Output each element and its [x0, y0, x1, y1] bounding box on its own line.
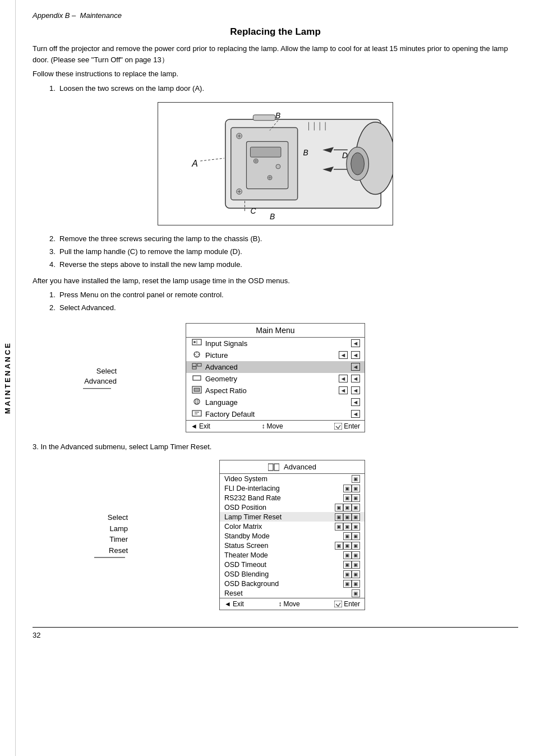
move-item: ↕ Move: [261, 422, 283, 430]
svg-point-17: [276, 164, 280, 169]
svg-rect-60: [268, 464, 273, 471]
enter-item: Enter: [334, 422, 360, 430]
appendix-italic: Maintenance: [80, 11, 122, 20]
bottom-rule: 32: [33, 627, 518, 639]
adv-item-lamp-timer: Lamp Timer Reset ▣▣▣: [220, 512, 365, 522]
adv-enter-item: Enter: [334, 600, 360, 608]
list-item: 2. Remove the three screws securing the …: [49, 233, 518, 245]
svg-point-53: [194, 399, 200, 404]
svg-text:B: B: [270, 212, 275, 221]
menu-arrow-language: ◄: [351, 398, 360, 406]
menu-item-picture: Picture ◄ ◄: [186, 349, 365, 361]
menu-label-input-signals: Input Signals: [205, 339, 349, 348]
menu-label-picture: Picture: [205, 351, 336, 359]
menu-item-factory-default: Factory Default ◄: [186, 408, 365, 420]
adv-enter-icon: [334, 601, 342, 607]
picture-icon: [191, 351, 203, 360]
advanced-menu-wrapper: SelectLampTimerReset Advanced Video Syst…: [66, 460, 518, 610]
main-menu-wrapper: SelectAdvanced Main Menu Input Signals ◄: [33, 323, 518, 432]
adv-item-osd-blending: OSD Blending ▣▣: [220, 569, 365, 579]
svg-rect-48: [197, 363, 201, 366]
adv-exit-icon: ◄: [224, 600, 231, 608]
svg-line-28: [200, 158, 224, 161]
exit-label: Exit: [199, 422, 210, 430]
move-icon: ↕: [261, 422, 265, 430]
menu-item-input-signals: Input Signals ◄: [186, 338, 365, 349]
after-text: After you have installed the lamp, reset…: [33, 275, 518, 287]
adv-enter-label: Enter: [344, 600, 360, 608]
enter-label: Enter: [344, 422, 360, 430]
svg-rect-47: [192, 363, 196, 366]
adv-move-item: ↕ Move: [278, 600, 299, 608]
adv-item-status-screen: Status Screen ▣▣▣: [220, 541, 365, 550]
lamp-diagram: A B B B C D: [33, 102, 518, 225]
menu-arrow-factory-default: ◄: [351, 410, 360, 418]
advanced-menu-box: Advanced Video System ▣ FLI De-interlaci…: [219, 460, 365, 610]
select-lamp-timer-label: SelectLampTimerReset: [94, 512, 128, 558]
factory-default-icon: [191, 409, 203, 419]
menu-arrow-advanced: ◄: [351, 363, 360, 371]
menu-item-geometry: Geometry ◄ ◄: [186, 373, 365, 385]
main-menu-footer: ◄ Exit ↕ Move Enter: [186, 420, 365, 432]
adv-exit-item: ◄ Exit: [224, 600, 244, 608]
main-content: Appendix B – Maintenance Replacing the L…: [16, 0, 535, 756]
language-icon: [191, 398, 203, 407]
adv-item-reset: Reset ▣: [220, 588, 365, 598]
main-menu-title: Main Menu: [186, 324, 365, 338]
menu-item-advanced: Advanced ◄: [186, 361, 365, 373]
svg-point-54: [196, 399, 198, 404]
adv-item-color-matrix: Color Matrix ▣▣▣: [220, 522, 365, 531]
svg-rect-55: [192, 411, 201, 416]
svg-rect-49: [192, 367, 196, 369]
adv-item-osd-timeout: OSD Timeout ▣▣: [220, 560, 365, 569]
advanced-menu-footer: ◄ Exit ↕ Move Enter: [220, 598, 365, 610]
menu-item-language: Language ◄: [186, 397, 365, 408]
svg-rect-37: [253, 115, 275, 121]
advanced-menu-title: Advanced: [220, 460, 365, 474]
adv-item-standby-mode: Standby Mode ▣▣: [220, 531, 365, 541]
picture-arrows: ◄ ◄: [336, 351, 360, 359]
adv-item-osd-background: OSD Background ▣▣: [220, 579, 365, 588]
section-title: Replacing the Lamp: [33, 26, 518, 38]
svg-rect-10: [250, 147, 281, 158]
intro-text: Turn off the projector and remove the po…: [33, 43, 518, 65]
geometry-icon: [191, 374, 203, 384]
svg-text:B: B: [303, 148, 308, 157]
svg-text:C: C: [250, 206, 256, 215]
adv-title-icon: [268, 463, 279, 471]
list-item: 3. Pull the lamp handle (C) to remove th…: [49, 246, 518, 258]
adv-item-rs232: RS232 Band Rate ▣▣: [220, 493, 365, 503]
menu-item-aspect-ratio: Aspect Ratio ◄ ◄: [186, 385, 365, 397]
menu-arrow-input-signals: ◄: [351, 339, 360, 347]
svg-point-32: [351, 153, 365, 175]
list-item: 1. Press Menu on the control panel or re…: [49, 289, 518, 301]
select-advanced-label: SelectAdvanced: [83, 366, 117, 389]
appendix-header: Appendix B – Maintenance: [33, 11, 518, 20]
svg-text:B: B: [275, 111, 280, 120]
side-tab: MAINTENANCE: [0, 0, 16, 756]
aspect-ratio-icon: [191, 386, 203, 395]
advanced-icon: [191, 362, 203, 372]
page-number: 32: [33, 631, 40, 639]
adv-arrow-line: [94, 557, 128, 558]
menu-label-aspect-ratio: Aspect Ratio: [205, 386, 336, 395]
adv-move-icon: ↕: [278, 600, 282, 608]
steps-part3: 1. Press Menu on the control panel or re…: [49, 289, 518, 314]
geometry-arrows: ◄ ◄: [336, 375, 360, 382]
step3-text: 3. In the Advanced submenu, select Lamp …: [33, 441, 518, 453]
side-tab-label: MAINTENANCE: [3, 342, 12, 414]
list-item: 1. Loosen the two screws on the lamp doo…: [49, 83, 518, 95]
steps-part2: 2. Remove the three screws securing the …: [49, 233, 518, 270]
arrow-line: [83, 388, 117, 389]
adv-item-osd-position: OSD Position ▣▣▣: [220, 503, 365, 512]
menu-label-factory-default: Factory Default: [205, 410, 349, 418]
list-item: 2. Select Advanced.: [49, 302, 518, 314]
svg-text:A: A: [191, 159, 198, 168]
diagram-svg: A B B B C D: [158, 103, 393, 225]
svg-rect-61: [274, 464, 279, 471]
follow-text: Follow these instructions to replace the…: [33, 68, 518, 80]
steps-part1: 1. Loosen the two screws on the lamp doo…: [49, 83, 518, 95]
adv-item-fli: FLI De-interlacing ▣▣: [220, 483, 365, 493]
main-menu-box: Main Menu Input Signals ◄ Picture: [186, 323, 365, 432]
svg-rect-52: [194, 388, 200, 391]
